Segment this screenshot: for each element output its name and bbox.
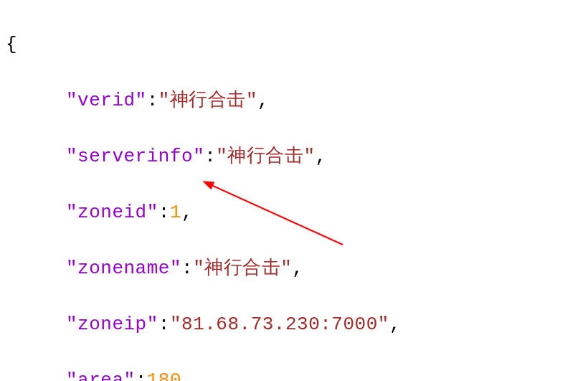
code-line: "zoneid":1, [6,199,588,227]
comma: , [389,314,401,335]
colon: : [204,146,216,167]
json-key: "zonename" [66,258,181,279]
json-value: "81.68.73.230:7000" [170,314,389,335]
code-line: "zonename":"神行合击", [6,255,588,283]
json-value: 180 [147,370,181,381]
comma: , [181,370,193,381]
json-value: "神行合击" [158,90,257,111]
json-key: "serverinfo" [66,146,204,167]
colon: : [158,314,170,335]
code-line: "serverinfo":"神行合击", [6,143,588,171]
comma: , [181,202,193,223]
comma: , [257,90,269,111]
code-line: "area":180, [6,367,588,381]
code-line: "verid":"神行合击", [6,87,588,115]
colon: : [158,202,170,223]
code-line: "zoneip":"81.68.73.230:7000", [6,311,588,339]
json-key: "zoneid" [66,202,158,223]
json-key: "verid" [66,90,147,111]
json-code-block: { "verid":"神行合击", "serverinfo":"神行合击", "… [0,0,588,381]
json-key: "area" [66,370,136,381]
json-value: "神行合击" [216,146,315,167]
colon: : [181,258,193,279]
colon: : [147,90,158,111]
json-key: "zoneip" [66,314,158,335]
json-value: "神行合击" [193,258,292,279]
brace-open-line: { [6,31,588,59]
brace-open: { [6,34,17,55]
json-value: 1 [170,202,181,223]
comma: , [316,146,327,167]
colon: : [136,370,147,381]
comma: , [292,258,303,279]
